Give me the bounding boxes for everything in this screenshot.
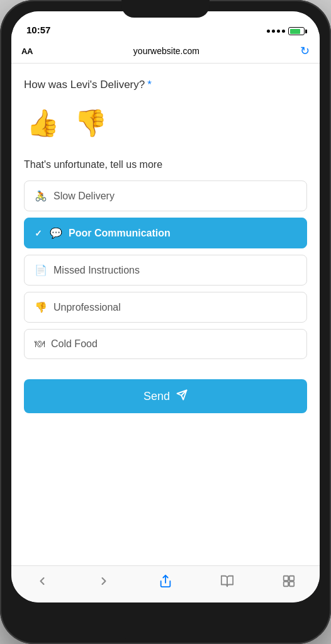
required-star: *: [147, 79, 152, 91]
option-slow-delivery[interactable]: 🚴 Slow Delivery: [24, 180, 307, 211]
option-poor-communication-label: Poor Communication: [69, 228, 171, 239]
forward-button[interactable]: [95, 572, 113, 590]
svg-rect-5: [284, 582, 288, 586]
browser-bar: AA yourwebsite.com ↻: [11, 39, 320, 64]
question-text: How was Levi's Delivery?: [24, 79, 145, 91]
option-cold-food[interactable]: 🍽 Cold Food: [24, 329, 307, 359]
thumbs-up-button[interactable]: 👍: [24, 104, 62, 142]
fork-knife-icon: 🍽: [35, 338, 45, 350]
option-missed-instructions[interactable]: 📄 Missed Instructions: [24, 255, 307, 286]
document-icon: 📄: [35, 264, 47, 276]
thumbs-down-small-icon: 👎: [35, 301, 47, 313]
thumbs-down-button[interactable]: 👎: [72, 104, 109, 142]
share-button[interactable]: [157, 572, 174, 590]
page-content: How was Levi's Delivery? * 👍 👎 That's un…: [11, 64, 320, 565]
back-button[interactable]: [33, 572, 51, 590]
send-button-label: Send: [143, 390, 170, 403]
battery-fill: [290, 29, 301, 34]
phone-notch: [121, 0, 210, 18]
option-missed-instructions-label: Missed Instructions: [53, 265, 140, 276]
question-label: How was Levi's Delivery? *: [24, 79, 307, 91]
browser-refresh-button[interactable]: ↻: [300, 44, 310, 58]
option-cold-food-label: Cold Food: [51, 338, 98, 350]
check-icon: ✓: [35, 228, 42, 238]
home-indicator: [125, 636, 206, 639]
browser-url[interactable]: yourwebsite.com: [40, 46, 293, 56]
status-icons: [267, 27, 305, 35]
status-time: 10:57: [26, 25, 50, 35]
phone-frame: 10:57 AA yourwebsite.com ↻ Ho: [0, 0, 331, 644]
send-icon: [176, 389, 188, 403]
send-button[interactable]: Send: [24, 379, 307, 413]
bookmarks-button[interactable]: [218, 572, 236, 590]
svg-rect-4: [289, 576, 294, 580]
speech-icon: 💬: [50, 227, 62, 239]
subtitle: That's unfortunate, tell us more: [24, 159, 307, 170]
option-slow-delivery-label: Slow Delivery: [53, 191, 115, 202]
svg-rect-3: [284, 576, 288, 580]
tabs-button[interactable]: [280, 572, 298, 590]
option-unprofessional[interactable]: 👎 Unprofessional: [24, 292, 307, 323]
battery-icon: [288, 27, 305, 35]
bicycle-icon: 🚴: [35, 190, 47, 202]
browser-nav: [11, 565, 320, 602]
rating-buttons: 👍 👎: [24, 104, 307, 142]
browser-aa-button[interactable]: AA: [21, 47, 33, 56]
phone-screen: 10:57 AA yourwebsite.com ↻ Ho: [11, 11, 320, 602]
option-poor-communication[interactable]: ✓ 💬 Poor Communication: [24, 218, 307, 248]
option-unprofessional-label: Unprofessional: [53, 302, 121, 313]
option-list: 🚴 Slow Delivery ✓ 💬 Poor Communication 📄…: [24, 180, 307, 359]
svg-rect-6: [289, 582, 294, 586]
signal-icon: [267, 30, 285, 33]
